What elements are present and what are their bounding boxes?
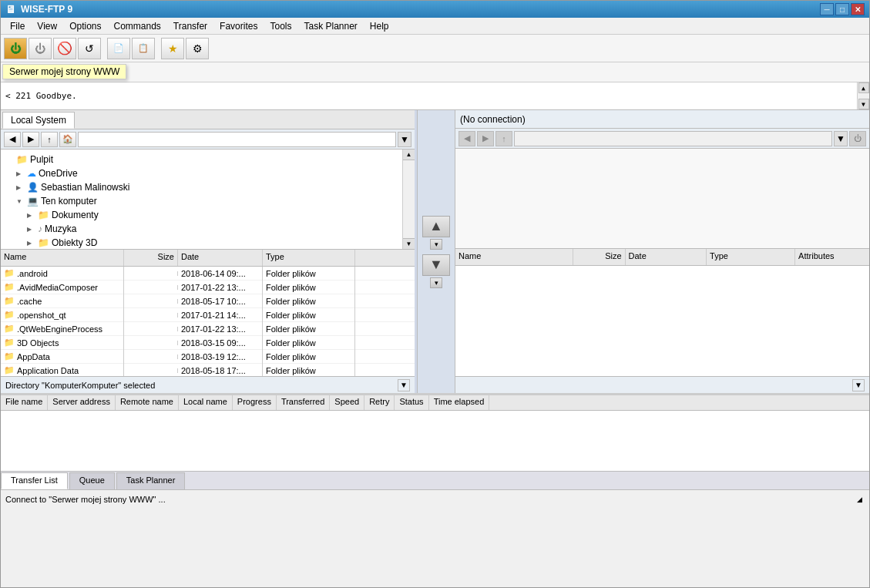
remote-nav-back[interactable]: ◀ [459, 131, 475, 146]
local-file-row[interactable]: 📁.android2018-06-14 09:...Folder plików [1, 267, 415, 281]
local-file-row[interactable]: 📁3D Objects2018-03-15 09:...Folder plikó… [1, 336, 415, 350]
remote-path-input[interactable] [514, 131, 832, 146]
connect-toggle-button[interactable]: ⏻ [29, 38, 52, 59]
tree-item-label: Sebastian Malinowski [41, 182, 129, 193]
download-button[interactable]: 📋 [132, 38, 155, 59]
tree-expander[interactable]: ▶ [27, 212, 38, 219]
menu-item-file[interactable]: File [4, 19, 31, 33]
remote-header: (No connection) [455, 110, 869, 129]
local-file-row[interactable]: 📁.cache2018-05-17 10:...Folder plików [1, 294, 415, 308]
bottom-tab-transfer-list[interactable]: Transfer List [1, 472, 68, 489]
menu-item-transfer[interactable]: Transfer [167, 19, 213, 33]
settings-button[interactable]: ⚙ [186, 38, 209, 59]
col-extra[interactable] [355, 250, 415, 266]
menu-item-tools[interactable]: Tools [264, 19, 297, 33]
connect-button[interactable]: ⏻ [4, 38, 27, 59]
file-name: .AvidMediaComposer [17, 283, 98, 292]
refresh-button[interactable]: ↺ [78, 38, 101, 59]
remote-nav-up[interactable]: ↑ [495, 131, 512, 146]
local-file-row[interactable]: 📁.QtWebEngineProcess2017-01-22 13:...Fol… [1, 322, 415, 336]
tree-scroll-down[interactable]: ▼ [403, 238, 415, 249]
remote-connect-button[interactable]: ⏻ [849, 131, 866, 146]
tree-item[interactable]: ▶📁Dokumenty [1, 208, 415, 222]
menu-item-view[interactable]: View [31, 19, 63, 33]
close-button[interactable]: ✕ [851, 3, 865, 15]
bottom-tab-task-planner[interactable]: Task Planner [116, 472, 186, 489]
local-system-tab[interactable]: Local System [2, 112, 75, 129]
local-path-input[interactable]: C:\Users\KomputerKomputer\ [78, 132, 396, 147]
remote-col-size[interactable]: Size [573, 249, 625, 265]
path-dropdown[interactable]: ▼ [398, 132, 411, 147]
menu-item-task-planner[interactable]: Task Planner [297, 19, 363, 33]
transfer-col-header[interactable]: Server address [48, 395, 116, 410]
bottom-tab-queue[interactable]: Queue [69, 472, 115, 489]
remote-col-date[interactable]: Date [626, 249, 707, 265]
transfer-col-header[interactable]: Status [395, 395, 428, 410]
col-type[interactable]: Type [263, 250, 355, 266]
col-date[interactable]: Date [178, 250, 263, 266]
favorites-bar: Serwer mojej strony WWW [1, 62, 869, 82]
download-arrow-button[interactable]: ▼ [422, 254, 450, 276]
tree-expander[interactable]: ▼ [16, 198, 27, 205]
tree-expander[interactable]: ▶ [27, 226, 38, 233]
upload-button[interactable]: 📄 [107, 38, 130, 59]
local-filter-button[interactable]: ▼ [398, 379, 410, 391]
favorites-button[interactable]: ★ [161, 38, 184, 59]
local-file-row[interactable]: 📁.AvidMediaComposer2017-01-22 13:...Fold… [1, 281, 415, 294]
col-size[interactable]: Size [124, 250, 178, 266]
remote-col-name[interactable]: Name [455, 249, 573, 265]
tree-item[interactable]: 📁Pulpit [1, 153, 415, 166]
download-option-button[interactable]: ▾ [430, 277, 442, 288]
remote-nav-forward[interactable]: ▶ [477, 131, 494, 146]
tree-item[interactable]: ▼💻Ten komputer [1, 194, 415, 208]
remote-col-attr[interactable]: Attributes [795, 249, 869, 265]
tree-expander[interactable]: ▶ [16, 170, 27, 177]
tree-item[interactable]: ▶📁Obiekty 3D [1, 236, 415, 250]
upload-arrow-button[interactable]: ▲ [422, 216, 450, 237]
menu-item-options[interactable]: Options [63, 19, 107, 33]
remote-path-dropdown[interactable]: ▼ [834, 131, 848, 146]
remote-filter-button[interactable]: ▼ [852, 379, 865, 391]
local-file-row[interactable]: 📁.openshot_qt2017-01-21 14:...Folder pli… [1, 308, 415, 322]
resize-handle[interactable]: ◢ [854, 494, 865, 505]
transfer-col-header[interactable]: Time elapsed [429, 395, 490, 410]
maximize-button[interactable]: □ [835, 3, 849, 15]
nav-back-button[interactable]: ◀ [4, 132, 21, 147]
right-nav: ◀ ▶ ↑ ▼ ⏻ [455, 129, 869, 149]
transfer-col-header[interactable]: Local name [179, 395, 233, 410]
log-scrollbar[interactable]: ▲ ▼ [857, 82, 869, 109]
tree-item[interactable]: ▶👤Sebastian Malinowski [1, 180, 415, 194]
stop-button[interactable]: 🚫 [53, 38, 76, 59]
favorites-dropdown[interactable]: Serwer mojej strony WWW [2, 64, 126, 79]
local-file-list: 📁.android2018-06-14 09:...Folder plików📁… [1, 267, 415, 376]
tree-expander[interactable]: ▶ [16, 184, 27, 191]
nav-home-button[interactable]: 🏠 [59, 132, 76, 147]
remote-status-text: (No connection) [460, 114, 526, 125]
transfer-col-header[interactable]: Remote name [116, 395, 179, 410]
upload-option-button[interactable]: ▾ [430, 239, 442, 250]
transfer-col-header[interactable]: Speed [330, 395, 364, 410]
nav-forward-button[interactable]: ▶ [22, 132, 39, 147]
log-scroll-up[interactable]: ▲ [858, 82, 869, 93]
menu-item-favorites[interactable]: Favorites [213, 19, 264, 33]
transfer-col-header[interactable]: File name [1, 395, 48, 410]
minimize-button[interactable]: ─ [820, 3, 834, 15]
left-panel: Local System ◀ ▶ ↑ 🏠 C:\Users\KomputerKo… [1, 110, 417, 393]
transfer-col-header[interactable]: Retry [364, 395, 395, 410]
menu-item-help[interactable]: Help [364, 19, 395, 33]
local-file-row[interactable]: 📁Application Data2018-05-18 17:...Folder… [1, 364, 415, 376]
tree-scroll-up[interactable]: ▲ [403, 150, 415, 160]
file-name: .QtWebEngineProcess [17, 324, 102, 334]
log-scroll-down[interactable]: ▼ [858, 99, 869, 109]
transfer-col-header[interactable]: Transferred [277, 395, 330, 410]
menu-item-commands[interactable]: Commands [108, 19, 167, 33]
file-folder-icon: 📁 [4, 268, 15, 278]
tree-item[interactable]: ▶☁OneDrive [1, 166, 415, 180]
nav-up-button[interactable]: ↑ [41, 132, 58, 147]
local-file-row[interactable]: 📁AppData2018-03-19 12:...Folder plików [1, 350, 415, 364]
remote-col-type[interactable]: Type [707, 249, 795, 265]
transfer-col-header[interactable]: Progress [233, 395, 277, 410]
tree-item[interactable]: ▶♪Muzyka [1, 222, 415, 236]
col-name[interactable]: Name [1, 250, 124, 266]
tree-expander[interactable]: ▶ [27, 240, 38, 247]
